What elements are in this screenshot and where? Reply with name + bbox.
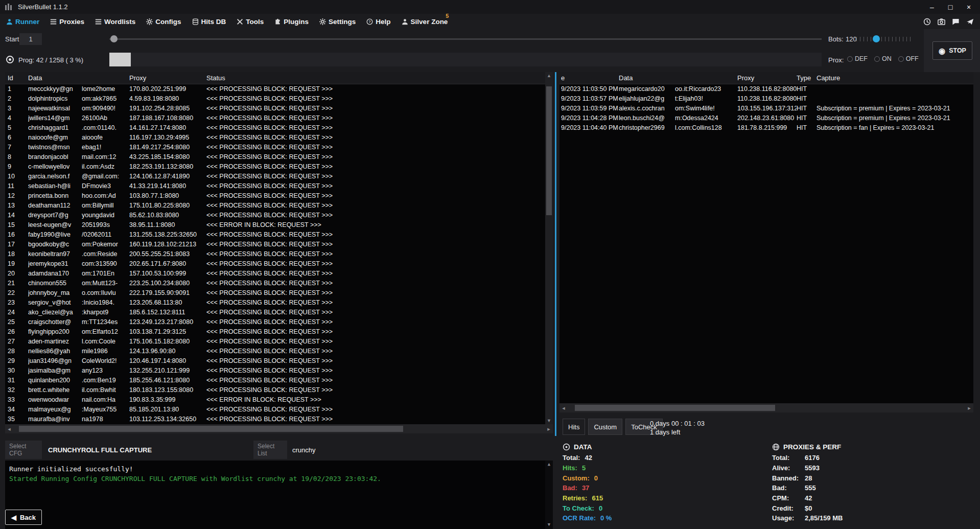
table-row[interactable]: 10 garcia.nelson.f @gmail.com: 124.106.1… — [5, 172, 553, 181]
table-row[interactable]: 3 najeewatkinsal om:909490! 191.102.254.… — [5, 104, 553, 113]
table-row[interactable]: 23 sergiov_v@hot :Inicio1984. 123.205.68… — [5, 298, 553, 308]
table-row[interactable]: 15 leest-eugen@v 2051993s 38.95.11.1:808… — [5, 220, 553, 230]
table-row[interactable]: 28 nellies86@yah mile1986 124.13.96.90:8… — [5, 347, 553, 356]
table-row[interactable]: 9/2023 11:04:40 PM christopher2969 l.com… — [559, 123, 973, 133]
stop-button[interactable]: ◉ STOP — [932, 41, 972, 60]
col-proxy[interactable]: Proxy — [129, 72, 206, 84]
table-row[interactable]: 9/2023 11:03:50 PM megariccardo20 oo.it:… — [559, 84, 973, 94]
table-row[interactable]: 32 brett.c.whitehe il.com:Bwhit 180.183.… — [5, 385, 553, 395]
log-scrollbar[interactable]: ▲ ▼ — [545, 461, 553, 529]
results-vertical-scrollbar[interactable]: ▲ ▼ — [545, 72, 553, 424]
table-row[interactable]: 2 dolphintropics om:akk7865 4.59.83.198:… — [5, 94, 553, 104]
prox-option-off[interactable]: OFF — [898, 55, 919, 62]
prox-option-def[interactable]: DEF — [847, 55, 868, 62]
prox-option-on[interactable]: ON — [874, 55, 892, 62]
table-row[interactable]: 1 meccckkyy@gn lome2home 170.80.202.251:… — [5, 84, 553, 94]
scroll-right-icon[interactable]: ▸ — [965, 403, 973, 412]
table-row[interactable]: 30 jasimalba@gm any123 132.255.210.121:9… — [5, 366, 553, 376]
panel-splitter[interactable] — [555, 72, 556, 436]
screenshot-icon[interactable] — [938, 18, 945, 26]
start-position-slider[interactable] — [109, 33, 822, 45]
silver-zone-badge: 5 — [446, 13, 449, 19]
table-row[interactable]: 19 jeremykope31 com:313590 202.65.171.67… — [5, 259, 553, 269]
chat-icon[interactable] — [952, 18, 960, 26]
table-row[interactable]: 9/2023 11:03:59 PM alexis.c.cochran om:S… — [559, 104, 973, 113]
table-row[interactable]: 29 juan31496@gn ColeWorld2! 120.46.197.1… — [5, 356, 553, 366]
table-row[interactable]: 34 malmayeux@g :Mayeux755 85.185.201.13:… — [5, 405, 553, 415]
stat-line: Hits: 5 — [563, 463, 762, 473]
minimize-button[interactable]: – — [923, 0, 941, 14]
tab-custom[interactable]: Custom — [588, 419, 622, 435]
select-config-button[interactable]: Select CFG — [5, 441, 42, 459]
menu-item-hits-db[interactable]: Hits DB — [192, 18, 226, 26]
menu-item-wordlists[interactable]: Wordlists — [95, 18, 135, 26]
table-row[interactable]: 31 quinlanben200 .com:Ben19 185.255.46.1… — [5, 376, 553, 385]
table-row[interactable]: 35 maurafba@inv na1978 103.112.253.134:3… — [5, 415, 553, 424]
table-row[interactable]: 9 c-mellowyellov il.com:Asdz 182.253.191… — [5, 162, 553, 172]
table-row[interactable]: 16 faby1990@live /02062011 131.255.138.2… — [5, 230, 553, 240]
table-row[interactable]: 6 naiooofe@gm aiooofe 116.197.130.29:499… — [5, 133, 553, 143]
bots-slider[interactable] — [856, 34, 914, 44]
table-row[interactable]: 13 deathaman112 om:Billymill 175.101.80.… — [5, 201, 553, 211]
menu-item-plugins[interactable]: Plugins — [274, 18, 309, 26]
table-row[interactable]: 9/2023 11:04:28 PM leon.buschi24@ m:Odes… — [559, 113, 973, 123]
menu-item-proxies[interactable]: Proxies — [50, 18, 84, 26]
table-row[interactable]: 14 dreysport7@g youngdavid 85.62.10.83:8… — [5, 211, 553, 220]
close-button[interactable]: × — [960, 0, 978, 14]
history-icon[interactable] — [923, 18, 931, 26]
row-id: 22 — [8, 288, 28, 298]
table-row[interactable]: 17 bgoodkoby@c om:Pokemor 160.119.128.10… — [5, 240, 553, 249]
table-row[interactable]: 25 craigschotter@ m:TT1234es 123.249.123… — [5, 317, 553, 327]
select-wordlist-button[interactable]: Select List — [253, 441, 287, 459]
menu-item-silver-zone[interactable]: Silver Zone 5 — [402, 18, 448, 26]
table-row[interactable]: 12 princetta.bonn hoo.com:Ad 103.80.77.1… — [5, 191, 553, 201]
table-row[interactable]: 33 owenwoodwar nail.com:Ha 190.83.3.35:9… — [5, 395, 553, 405]
results-horizontal-scrollbar[interactable]: ◂ ▸ — [5, 424, 553, 433]
scroll-up-icon[interactable]: ▲ — [545, 72, 553, 79]
menu-item-runner[interactable]: Runner — [6, 18, 39, 26]
scroll-down-icon[interactable]: ▼ — [545, 521, 553, 528]
table-row[interactable]: 21 chinomon555 om:Mutt123- 223.25.100.23… — [5, 279, 553, 288]
col-type[interactable]: Type — [797, 72, 816, 84]
col-date[interactable]: e — [561, 72, 619, 84]
table-row[interactable]: 5 chrishaggard1 .com:01140. 14.161.27.17… — [5, 123, 553, 133]
slider-handle[interactable] — [110, 35, 118, 42]
col-status[interactable]: Status — [206, 72, 553, 84]
table-row[interactable]: 27 aden-martinez l.com:Coole 175.106.15.… — [5, 337, 553, 347]
table-row[interactable]: 20 adamdana170 om:1701En 157.100.53.100:… — [5, 269, 553, 279]
col-proxy[interactable]: Proxy — [737, 72, 797, 84]
table-row[interactable]: 11 sebastian-h@li DFmovie3 41.33.219.141… — [5, 181, 553, 191]
col-capture[interactable]: Capture — [816, 72, 973, 84]
maximize-button[interactable]: □ — [941, 0, 960, 14]
telegram-icon[interactable] — [966, 18, 974, 26]
table-row[interactable]: 26 flyinghippo200 om:Elfarto12 103.138.7… — [5, 327, 553, 337]
menu-item-tools[interactable]: Tools — [237, 18, 264, 26]
table-row[interactable]: 18 keonibeltran97 .com:Reside 200.55.255… — [5, 249, 553, 259]
slider-track[interactable] — [109, 38, 822, 40]
table-row[interactable]: 8 brandonjacobl mail.com:12 43.225.185.1… — [5, 152, 553, 162]
bots-slider-handle[interactable] — [873, 35, 880, 42]
table-row[interactable]: 7 twistnos@msn ebag1! 181.49.217.254:808… — [5, 143, 553, 152]
col-data[interactable]: Data — [619, 72, 737, 84]
scrollbar-thumb[interactable] — [575, 405, 775, 411]
scrollbar-thumb[interactable] — [546, 86, 552, 215]
menu-item-configs[interactable]: Configs — [146, 18, 181, 26]
table-row[interactable]: 22 johnnyboy_ma o.com:Iluvlu 222.179.155… — [5, 288, 553, 298]
table-row[interactable]: 9/2023 11:03:57 PM elijahlujan22@g t:Eli… — [559, 94, 973, 104]
start-input[interactable] — [19, 33, 42, 45]
scroll-right-icon[interactable]: ▸ — [545, 424, 553, 433]
back-button[interactable]: ◀ Back — [5, 510, 42, 525]
scroll-up-icon[interactable]: ▲ — [545, 461, 553, 468]
scroll-down-icon[interactable]: ▼ — [545, 417, 553, 424]
col-id[interactable]: Id — [8, 72, 28, 84]
scroll-left-icon[interactable]: ◂ — [5, 424, 13, 433]
table-row[interactable]: 4 jwillers14@gm 26100Ab 187.188.167.108:… — [5, 113, 553, 123]
menu-item-help[interactable]: ? Help — [366, 18, 390, 26]
hits-horizontal-scrollbar[interactable]: ◂ ▸ — [559, 403, 973, 412]
col-data[interactable]: Data — [28, 72, 129, 84]
table-row[interactable]: 24 ako_cliezel@ya :kharpot9 185.6.152.13… — [5, 308, 553, 317]
menu-item-settings[interactable]: Settings — [319, 18, 356, 26]
scrollbar-thumb[interactable] — [19, 426, 403, 432]
tab-hits[interactable]: Hits — [563, 419, 585, 435]
scroll-left-icon[interactable]: ◂ — [559, 403, 568, 412]
